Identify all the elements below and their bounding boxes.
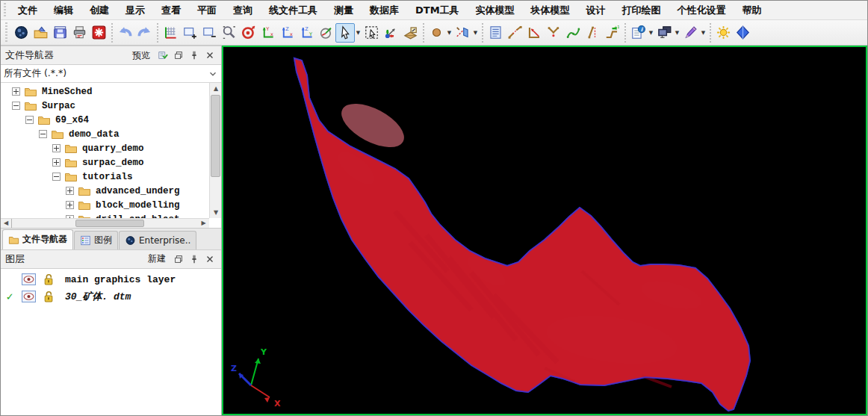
- tree-item-block_modelling[interactable]: block_modelling: [1, 198, 209, 212]
- tree-expander-plus-icon[interactable]: [52, 144, 61, 152]
- tree-item-drill_and_blast[interactable]: drill_and_blast: [1, 212, 209, 218]
- menu-5[interactable]: 查看: [153, 1, 189, 19]
- layer-visibility-eye-icon[interactable]: [19, 291, 39, 302]
- scroll-left-icon[interactable]: ◀: [1, 219, 12, 228]
- close-panel-icon[interactable]: [203, 252, 217, 266]
- tree-vscroll-thumb[interactable]: [211, 95, 220, 177]
- smooth-line-icon[interactable]: [563, 23, 583, 43]
- tab-图例[interactable]: 图例: [74, 231, 118, 249]
- displays-icon-dropdown[interactable]: ▼: [674, 23, 681, 43]
- digitise-icon[interactable]: [453, 23, 472, 43]
- menu-11[interactable]: DTM工具: [407, 1, 468, 19]
- view-xy-icon[interactable]: Yx: [258, 23, 277, 43]
- menu-9[interactable]: 测量: [326, 1, 362, 19]
- menu-13[interactable]: 块体模型: [523, 1, 578, 19]
- reset-graphics-icon[interactable]: [89, 23, 108, 43]
- digitise-icon-dropdown[interactable]: ▼: [472, 23, 479, 43]
- tree-item-69_x64[interactable]: 69_x64: [1, 113, 209, 127]
- redo-icon[interactable]: [134, 23, 154, 43]
- menu-8[interactable]: 线文件工具: [261, 1, 326, 19]
- tree-item-quarry_demo[interactable]: quarry_demo: [1, 141, 209, 155]
- point-marker-icon[interactable]: [427, 23, 446, 43]
- cut-line-icon[interactable]: [583, 23, 602, 43]
- close-line-icon[interactable]: [524, 23, 544, 43]
- select-mode-icon[interactable]: [335, 23, 355, 43]
- tree-horizontal-scrollbar[interactable]: ◀ ▶: [1, 218, 209, 228]
- menu-6[interactable]: 平面: [189, 1, 225, 19]
- edit-pencil-icon[interactable]: [681, 23, 700, 43]
- tree-item-demo_data[interactable]: demo_data: [1, 127, 209, 141]
- zoom-out-icon[interactable]: [199, 23, 219, 43]
- properties-icon-dropdown[interactable]: ▼: [648, 23, 654, 43]
- tree-item-tutorials[interactable]: tutorials: [1, 170, 209, 184]
- float-panel-icon[interactable]: [172, 49, 185, 62]
- tree-expander-minus-icon[interactable]: [12, 102, 20, 110]
- view-zy-icon[interactable]: ZY: [297, 23, 316, 43]
- view-xz-icon[interactable]: Zx: [277, 23, 297, 43]
- lighting-icon[interactable]: [713, 23, 733, 43]
- menu-15[interactable]: 打印绘图: [614, 1, 669, 19]
- menu-4[interactable]: 显示: [117, 1, 153, 19]
- break-line-icon[interactable]: [505, 23, 524, 43]
- tree-expander-minus-icon[interactable]: [52, 173, 61, 181]
- tab-文件导航器[interactable]: 文件导航器: [2, 229, 73, 249]
- menu-14[interactable]: 设计: [578, 1, 614, 19]
- layer-lock-icon[interactable]: [39, 291, 57, 302]
- float-panel-icon[interactable]: [172, 252, 185, 266]
- tree-hscroll-thumb[interactable]: [75, 220, 144, 227]
- close-panel-icon[interactable]: [203, 49, 217, 62]
- tree-vertical-scrollbar[interactable]: ▲ ▼: [209, 83, 221, 218]
- move-3d-icon[interactable]: [381, 23, 400, 43]
- print-icon[interactable]: [69, 23, 89, 43]
- preview-button[interactable]: 预览: [128, 49, 154, 63]
- tree-expander-plus-icon[interactable]: [52, 158, 61, 167]
- new-layer-button[interactable]: 新建: [144, 252, 170, 266]
- zoom-window-icon[interactable]: [219, 23, 238, 43]
- point-marker-icon-dropdown[interactable]: ▼: [446, 23, 453, 43]
- layer-lock-icon[interactable]: [39, 273, 57, 285]
- split-line-icon[interactable]: [544, 23, 563, 43]
- toolbar-grip[interactable]: [4, 22, 10, 42]
- scroll-up-icon[interactable]: ▲: [210, 83, 221, 94]
- menu-grip[interactable]: [2, 3, 8, 18]
- menu-3[interactable]: 创建: [81, 1, 117, 19]
- file-filter-combobox[interactable]: 所有文件 (.*.*): [1, 65, 221, 83]
- tree-item-surpac_demo[interactable]: surpac_demo: [1, 155, 209, 170]
- zoom-in-icon[interactable]: [180, 23, 199, 43]
- scroll-right-icon[interactable]: ▶: [198, 219, 209, 228]
- menu-16[interactable]: 个性化设置: [669, 1, 734, 19]
- tree-item-advanced_underg[interactable]: advanced_underg: [1, 184, 209, 198]
- save-icon[interactable]: [50, 23, 69, 43]
- grid-axes-icon[interactable]: [161, 23, 180, 43]
- properties-icon[interactable]: i: [628, 23, 648, 43]
- tree-expander-plus-icon[interactable]: [66, 187, 74, 195]
- menu-12[interactable]: 实体模型: [468, 1, 523, 19]
- tree-item-Surpac[interactable]: Surpac: [1, 99, 209, 113]
- layer-active-checkbox[interactable]: ✓: [1, 290, 19, 304]
- menu-7[interactable]: 查询: [225, 1, 261, 19]
- tree-expander-plus-icon[interactable]: [66, 201, 74, 209]
- paste-preview-icon[interactable]: [156, 49, 170, 62]
- menu-2[interactable]: 编辑: [46, 1, 81, 19]
- renumber-line-icon[interactable]: +1: [602, 23, 621, 43]
- render-icon[interactable]: [733, 23, 752, 43]
- tree-item-MineSched[interactable]: MineSched: [1, 84, 209, 99]
- layer-row-1[interactable]: main graphics layer: [1, 271, 221, 288]
- select-mode-icon-dropdown[interactable]: ▼: [355, 23, 362, 43]
- menu-1[interactable]: 文件: [10, 1, 46, 19]
- layer-row-2[interactable]: ✓30_矿体. dtm: [1, 288, 221, 305]
- rotate-view-icon[interactable]: [316, 23, 335, 43]
- tree-expander-plus-icon[interactable]: [12, 87, 20, 96]
- box-select-icon[interactable]: [362, 23, 381, 43]
- menu-10[interactable]: 数据库: [362, 1, 407, 19]
- open-file-icon[interactable]: [31, 23, 50, 43]
- chevron-down-icon[interactable]: [208, 69, 218, 79]
- scroll-down-icon[interactable]: ▼: [210, 207, 221, 218]
- menu-17[interactable]: 帮助: [734, 1, 770, 19]
- data-point-icon[interactable]: [238, 23, 258, 43]
- string-doc-icon[interactable]: [486, 23, 505, 43]
- tab-Enterprise..[interactable]: Enterprise..: [119, 231, 196, 249]
- tree-expander-minus-icon[interactable]: [25, 116, 34, 124]
- tree-expander-minus-icon[interactable]: [39, 130, 47, 138]
- pin-panel-icon[interactable]: [187, 49, 201, 62]
